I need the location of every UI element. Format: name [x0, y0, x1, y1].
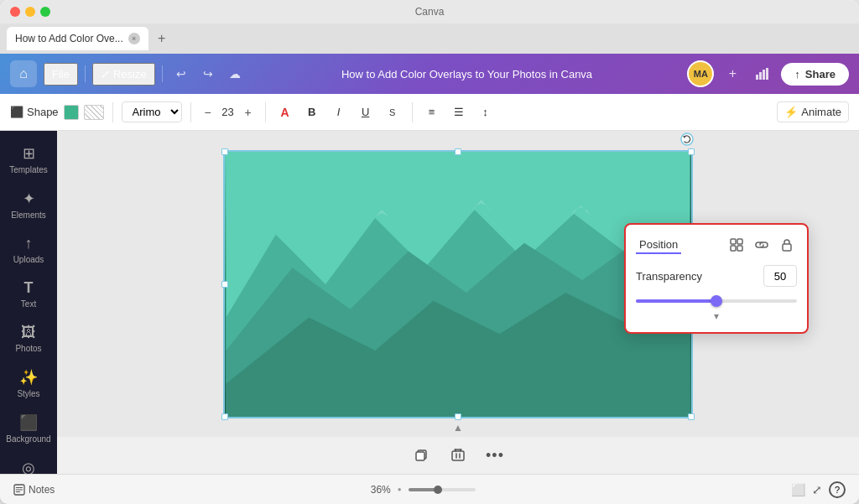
link-icon[interactable] [752, 235, 772, 255]
analytics-button[interactable] [751, 62, 774, 86]
handle-bottom-right[interactable] [688, 413, 695, 420]
transparency-input[interactable]: 50 [763, 265, 797, 287]
zoom-slider[interactable] [409, 488, 476, 491]
font-size-control: − 23 + [200, 104, 257, 121]
svg-rect-0 [756, 75, 758, 80]
elements-icon: ✦ [23, 190, 35, 208]
zoom-slider-thumb[interactable] [434, 486, 442, 494]
rotate-handle[interactable] [679, 132, 695, 147]
slider-thumb[interactable] [711, 295, 722, 307]
shape-picker[interactable]: ⬛ Shape [10, 106, 59, 118]
handle-top-left[interactable] [221, 148, 228, 155]
share-button[interactable]: ↑ Share [781, 63, 849, 86]
lock-icon[interactable] [777, 235, 797, 255]
close-button[interactable] [10, 7, 20, 17]
redo-button[interactable]: ↪ [196, 62, 220, 86]
text-label: Text [21, 299, 36, 309]
popup-header: Position [636, 235, 797, 255]
sidebar-item-text[interactable]: T Text [3, 273, 54, 315]
background-label: Background [6, 434, 50, 444]
chevron-down-icon[interactable]: ▾ [714, 310, 719, 322]
fill-color-picker[interactable] [64, 105, 79, 120]
sidebar-item-uploads[interactable]: ↑ Uploads [3, 228, 54, 271]
svg-rect-11 [226, 152, 690, 417]
sidebar-item-background[interactable]: ⬛ Background [3, 407, 54, 450]
grid-icon[interactable] [726, 235, 747, 255]
collapse-arrow[interactable]: ▲ [453, 422, 463, 434]
animate-button[interactable]: ⚡ Animate [777, 101, 849, 122]
maximize-button[interactable] [40, 7, 50, 17]
underline-button[interactable]: U [355, 101, 377, 123]
position-tab[interactable]: Position [636, 236, 681, 254]
strikethrough-button[interactable]: S [382, 101, 403, 123]
format-bar: ⬛ Shape Arimo − 23 + A B I U S ≡ ☰ ↕ ⚡ A… [0, 94, 859, 131]
notes-icon [13, 484, 25, 496]
new-tab-button[interactable]: + [152, 29, 172, 49]
file-menu-button[interactable]: File [44, 63, 78, 86]
svg-rect-14 [731, 239, 736, 244]
text-icon: T [24, 279, 34, 297]
transparency-label: Transparency [636, 270, 757, 283]
slider-track [636, 299, 797, 303]
handle-top-right[interactable] [688, 148, 695, 155]
help-button[interactable]: ? [829, 481, 846, 498]
delete-button[interactable] [445, 442, 471, 469]
font-family-select[interactable]: Arimo [122, 101, 182, 122]
bold-button[interactable]: B [301, 101, 323, 123]
more-options-button[interactable]: ••• [482, 442, 508, 469]
toolbar: ⌂ File ⤢ Resize ↩ ↪ ☁ How to Add Color O… [0, 54, 859, 94]
status-bar: Notes 36% ● ⬜ ⤢ ? [0, 474, 859, 504]
handle-middle-left[interactable] [221, 281, 228, 288]
svg-rect-15 [737, 239, 742, 244]
sidebar-item-logos[interactable]: ◎ Logos [3, 452, 54, 474]
share-icon: ↑ [794, 68, 800, 81]
main-area: ⊞ Templates ✦ Elements ↑ Uploads T Text … [0, 131, 859, 474]
text-align-button[interactable]: ≡ [421, 101, 443, 123]
sidebar-item-photos[interactable]: 🖼 Photos [3, 317, 54, 360]
popup-chevron[interactable]: ▾ [636, 310, 797, 322]
svg-rect-1 [759, 72, 762, 80]
sidebar-item-elements[interactable]: ✦ Elements [3, 183, 54, 226]
handle-bottom-left[interactable] [221, 413, 228, 420]
resize-button[interactable]: ⤢ Resize [92, 63, 155, 86]
canvas-scroll[interactable]: Position [57, 131, 859, 437]
text-color-button[interactable]: A [274, 101, 296, 123]
increase-font-button[interactable]: + [240, 104, 257, 121]
svg-rect-2 [763, 70, 765, 80]
status-center: 36% ● [65, 484, 781, 496]
divider [265, 102, 266, 122]
handle-top-middle[interactable] [455, 148, 461, 155]
uploads-label: Uploads [13, 255, 44, 264]
undo-button[interactable]: ↩ [169, 62, 193, 86]
browser-tab[interactable]: How to Add Color Ove... × [7, 27, 148, 50]
user-avatar[interactable]: MA [687, 60, 714, 87]
line-spacing-button[interactable]: ↕ [475, 101, 497, 123]
fullscreen-icon[interactable]: ⤢ [812, 483, 822, 496]
styles-icon: ✨ [19, 368, 38, 387]
templates-label: Templates [9, 165, 48, 174]
transparency-slider-container[interactable] [636, 295, 797, 307]
sidebar-item-templates[interactable]: ⊞ Templates [3, 138, 54, 181]
add-collaborator-button[interactable]: + [721, 62, 744, 86]
sidebar-item-styles[interactable]: ✨ Styles [3, 361, 54, 405]
list-button[interactable]: ☰ [448, 101, 470, 123]
cloud-save-button[interactable]: ☁ [223, 62, 247, 86]
popup-tabs: Position [636, 236, 681, 254]
handle-bottom-middle[interactable] [455, 413, 461, 420]
border-style-picker[interactable] [84, 105, 104, 120]
decrease-font-button[interactable]: − [200, 104, 216, 121]
tab-close-icon[interactable]: × [128, 33, 140, 44]
italic-button[interactable]: I [328, 101, 350, 123]
document-title: How to Add Color Overlays to Your Photos… [253, 68, 681, 81]
status-right: ⬜ ⤢ ? [791, 481, 846, 498]
duplicate-button[interactable] [408, 442, 435, 469]
home-button[interactable]: ⌂ [10, 60, 37, 87]
left-sidebar: ⊞ Templates ✦ Elements ↑ Uploads T Text … [0, 131, 57, 474]
notes-button[interactable]: Notes [13, 484, 55, 496]
undo-redo-group: ↩ ↪ ☁ [169, 62, 247, 86]
notes-label: Notes [29, 484, 55, 496]
canvas-frame[interactable] [223, 150, 693, 418]
svg-rect-21 [452, 451, 464, 460]
minimize-button[interactable] [25, 7, 35, 17]
page-view-icon[interactable]: ⬜ [791, 483, 805, 496]
